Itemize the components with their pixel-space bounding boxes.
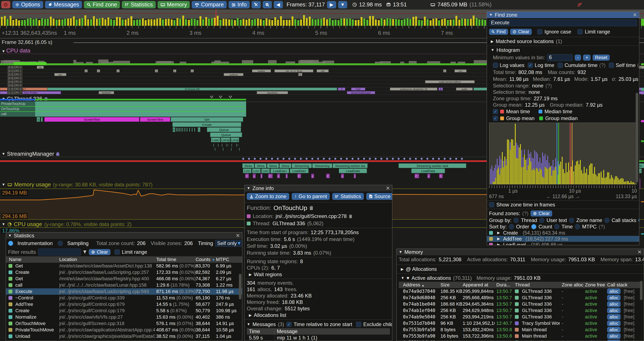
zone-info-titlebar[interactable]: ▼ Zone info ✕ [245, 185, 392, 191]
zone[interactable]: ScreenText [44, 117, 139, 122]
find-zone-histogram[interactable] [489, 123, 637, 184]
zone[interactable]: Streaming worker task [398, 163, 466, 168]
frame-bar[interactable] [380, 18, 382, 26]
frame-bar[interactable] [200, 16, 202, 26]
frame-bar[interactable] [125, 20, 126, 26]
frame-bar[interactable] [314, 20, 316, 26]
table-row[interactable]: Unloadjni/../jni/src/claw/graphics/pixel… [6, 333, 242, 339]
zone[interactable]: LcU [243, 168, 252, 173]
zone[interactable]: c [311, 174, 314, 178]
frame-bar[interactable] [87, 19, 89, 26]
table-row[interactable]: 0x7553b9fa9016 bytes153,722,396ns13:50.8… [399, 333, 642, 339]
instrumentation-radio[interactable] [8, 241, 13, 246]
frame-bar[interactable] [76, 20, 78, 26]
frame-bar[interactable] [292, 17, 294, 26]
frame-bar[interactable] [174, 20, 176, 26]
table-row[interactable]: 0x74ab1ef040256 KB294,629,948ns13:50.7GL… [399, 307, 642, 314]
tools-button[interactable] [252, 1, 261, 8]
frame-bar[interactable] [188, 20, 190, 26]
frame-bar[interactable] [415, 17, 417, 26]
options-button[interactable]: Options [12, 1, 43, 8]
clear-found-button[interactable]: ⊗Clear [531, 210, 552, 216]
frame-bar[interactable] [21, 20, 23, 26]
frame-bar[interactable] [41, 18, 43, 26]
frame-bar[interactable] [27, 19, 29, 26]
frame-bar[interactable] [447, 20, 449, 26]
zone[interactable]: LoadData [411, 168, 445, 173]
sort-by-radio-time[interactable] [554, 224, 560, 229]
frame-bar[interactable] [222, 19, 224, 26]
frame-bar[interactable] [294, 19, 296, 26]
glthread-stack-zone[interactable]: PrivateTouchUp [0, 101, 246, 106]
cpu-zone[interactable]: c [155, 70, 158, 72]
frame-bar[interactable] [458, 20, 460, 26]
frame-bar[interactable] [334, 20, 336, 26]
cpu-zone[interactable]: c [173, 70, 176, 72]
frame-bar[interactable] [369, 16, 371, 26]
self-time-checkbox[interactable]: ✓ [609, 63, 614, 68]
message-dot[interactable] [288, 158, 290, 160]
frame-bar[interactable] [99, 18, 100, 26]
frame-bar[interactable] [96, 19, 98, 26]
go-to-parent-button[interactable]: ↑Go to parent [292, 193, 330, 200]
cpu-zone[interactable]: audio [456, 88, 473, 90]
zone[interactable]: C [245, 174, 249, 178]
frame-bar[interactable] [130, 16, 132, 26]
zone[interactable] [41, 117, 42, 122]
zone[interactable]: C: [268, 174, 273, 178]
zone[interactable]: LoadData [339, 168, 367, 173]
sampling-radio[interactable] [58, 241, 63, 246]
zone[interactable]: Strea [242, 163, 254, 168]
next-frame-button[interactable]: ▶ [327, 1, 336, 8]
find-button[interactable]: Find [489, 29, 508, 35]
frame-bar[interactable] [286, 20, 288, 26]
increase-bin-button[interactable]: + [583, 55, 590, 61]
frame-bar[interactable] [251, 20, 253, 26]
ignore-case-checkbox[interactable]: ✓ [537, 29, 542, 34]
cpu-zone[interactable]: os [37, 66, 44, 69]
frame-bar[interactable] [358, 20, 360, 26]
zone[interactable]: E [172, 127, 175, 132]
alloc-callstack-button[interactable]: alloc [607, 314, 620, 320]
zone[interactable]: ScreenText [140, 117, 170, 122]
frame-bar[interactable] [110, 19, 112, 26]
zone[interactable]: S [37, 117, 40, 122]
zone[interactable]: Streaming [312, 163, 332, 168]
source-button[interactable]: Source [366, 193, 392, 200]
message-dot[interactable] [282, 158, 284, 160]
frame-bar[interactable] [61, 20, 63, 26]
zone[interactable]: C [326, 174, 330, 178]
frame-bar[interactable] [271, 20, 273, 26]
frame-bar[interactable] [326, 19, 328, 26]
cpu-zone[interactable]: c [116, 70, 120, 72]
close-icon[interactable]: ✕ [236, 233, 240, 239]
alloc-callstack-button[interactable]: alloc [607, 320, 620, 326]
message-dot[interactable] [277, 158, 279, 160]
frame-bar[interactable] [297, 20, 299, 26]
frame-bar[interactable] [482, 20, 483, 26]
message-dot[interactable] [369, 158, 371, 160]
statistics-scrollbar[interactable] [239, 274, 242, 299]
show-zone-time-checkbox[interactable]: ✓ [489, 202, 494, 207]
frame-bar[interactable] [44, 19, 46, 26]
frame-bar[interactable] [464, 19, 466, 26]
table-row[interactable]: OnRedrawjni/../jni/src/claw/application/… [6, 339, 242, 341]
frame-bar[interactable] [352, 20, 354, 26]
table-row[interactable]: AddTreejni/../jni/src/guif/Control.cpp:6… [6, 301, 242, 307]
frame-bar[interactable] [404, 19, 406, 26]
allocations-expander[interactable]: ▶@ Allocations [396, 266, 644, 272]
message-dot[interactable] [358, 158, 359, 160]
zone[interactable]: Strea [280, 163, 291, 168]
frame-bar[interactable] [148, 19, 150, 26]
table-row[interactable]: Createjni/../jni/src/claw/base/LuaScript… [6, 269, 242, 275]
cpu-zone[interactable]: c [443, 70, 446, 72]
frame-bar[interactable] [277, 20, 279, 26]
zone[interactable]: c [341, 174, 344, 178]
frame-bar[interactable] [392, 19, 394, 26]
frame-bar[interactable] [240, 20, 242, 26]
messages-expander[interactable]: Messages [252, 321, 276, 327]
frame-bar[interactable] [461, 19, 463, 26]
zone[interactable]: Strea [267, 163, 279, 168]
zone[interactable]: LoiUp [221, 138, 230, 142]
frame-bar[interactable] [162, 20, 164, 26]
